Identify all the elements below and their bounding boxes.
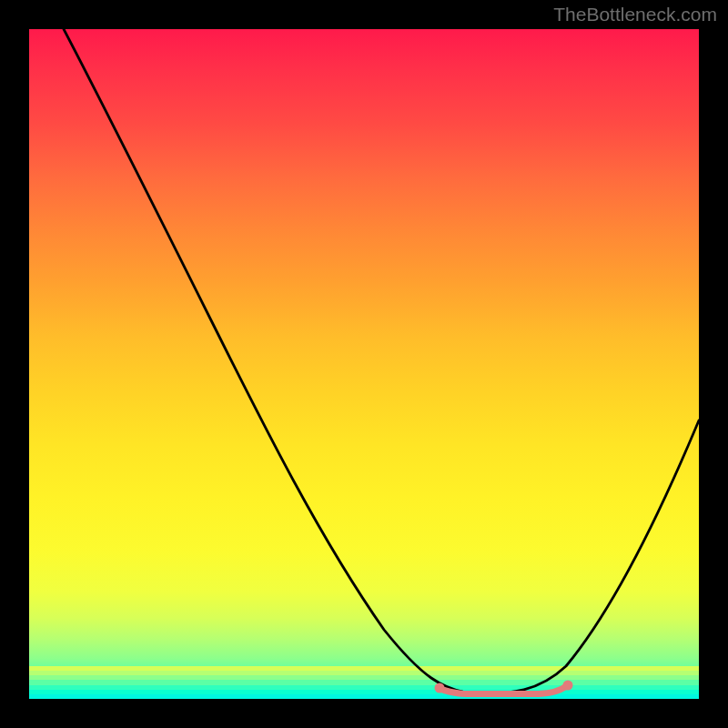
watermark-text: TheBottleneck.com: [553, 4, 717, 25]
segment-end-dot: [563, 681, 573, 691]
plot-area: [29, 29, 699, 699]
segment-start-dot: [435, 683, 445, 693]
main-curve-path: [64, 29, 699, 693]
bottleneck-curve: [29, 29, 699, 699]
